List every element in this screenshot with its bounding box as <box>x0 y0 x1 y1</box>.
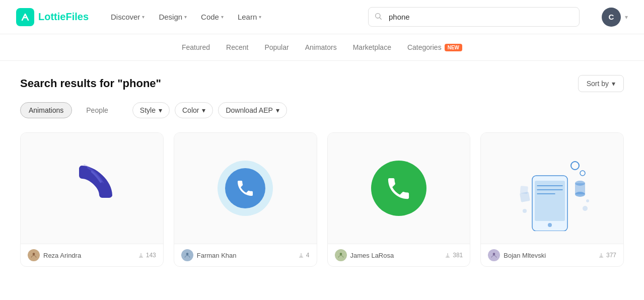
svg-point-21 <box>493 253 495 255</box>
sort-chevron-icon: ▾ <box>612 80 615 88</box>
svg-point-20 <box>586 199 589 202</box>
svg-point-4 <box>339 253 342 255</box>
card-4-avatar <box>488 249 500 261</box>
main-nav: Discover ▾ Design ▾ Code ▾ Learn ▾ <box>105 9 267 25</box>
svg-point-0 <box>376 13 380 18</box>
card-3-icon-bg <box>371 161 426 216</box>
subnav-marketplace[interactable]: Marketplace <box>353 41 391 53</box>
learn-chevron-icon: ▾ <box>259 14 261 20</box>
svg-point-15 <box>575 192 585 197</box>
nav-discover[interactable]: Discover ▾ <box>105 9 151 25</box>
svg-line-1 <box>380 18 382 20</box>
main-content: Search results for "phone" Sort by ▾ Ani… <box>0 61 644 281</box>
card-1[interactable]: Reza Arindra 143 <box>20 132 164 267</box>
card-2-footer: Farman Khan 4 <box>174 244 317 266</box>
card-2-author: Farman Khan <box>181 249 237 261</box>
color-chevron-icon: ▾ <box>202 106 205 114</box>
discover-chevron-icon: ▾ <box>142 14 145 20</box>
nav-design[interactable]: Design ▾ <box>153 9 193 25</box>
card-2-author-name: Farman Khan <box>197 252 237 259</box>
header: LottieFiles Discover ▾ Design ▾ Code ▾ L… <box>0 0 644 34</box>
svg-rect-6 <box>535 181 565 221</box>
card-3-preview <box>328 133 470 244</box>
card-4-preview <box>481 133 623 244</box>
logo-icon <box>16 8 34 26</box>
svg-point-10 <box>548 223 552 227</box>
card-2[interactable]: Farman Khan 4 <box>174 132 317 267</box>
tab-animations[interactable]: Animations <box>20 102 72 118</box>
card-2-downloads: 4 <box>298 252 310 259</box>
nav-learn[interactable]: Learn ▾ <box>232 9 267 25</box>
subnav-animators[interactable]: Animators <box>305 41 337 53</box>
subnav-categories[interactable]: Categories NEW <box>407 41 462 53</box>
card-3-footer: James LaRosa 381 <box>328 244 470 266</box>
card-4-footer: Bojan Mltevski 377 <box>481 244 623 266</box>
avatar-chevron-icon[interactable]: ▾ <box>625 14 628 21</box>
card-3[interactable]: James LaRosa 381 <box>327 132 471 267</box>
filter-bar: Animations People Style ▾ Color ▾ Downlo… <box>20 102 624 118</box>
card-3-author: James LaRosa <box>335 249 394 261</box>
card-2-preview <box>174 133 317 244</box>
card-2-icon-bg <box>218 161 273 216</box>
card-1-author: Reza Arindra <box>28 249 81 261</box>
subnav-featured[interactable]: Featured <box>182 41 210 53</box>
svg-point-12 <box>580 171 585 176</box>
download-aep-chevron-icon: ▾ <box>276 106 279 114</box>
card-3-author-name: James LaRosa <box>350 252 394 259</box>
search-bar <box>368 7 580 27</box>
card-4-downloads: 377 <box>598 252 616 259</box>
new-badge: NEW <box>445 44 462 51</box>
subnav-popular[interactable]: Popular <box>264 41 289 53</box>
search-results-header: Search results for "phone" Sort by ▾ <box>20 75 624 92</box>
svg-point-11 <box>571 162 579 170</box>
nav-code[interactable]: Code ▾ <box>195 9 230 25</box>
search-results-title: Search results for "phone" <box>20 77 161 90</box>
design-chevron-icon: ▾ <box>184 14 187 20</box>
logo-text: LottieFiles <box>38 11 89 23</box>
svg-rect-17 <box>520 186 528 194</box>
svg-point-18 <box>523 209 527 213</box>
svg-point-3 <box>186 253 188 255</box>
color-filter[interactable]: Color ▾ <box>175 102 213 118</box>
sub-nav: Featured Recent Popular Animators Market… <box>0 34 644 61</box>
search-icon <box>374 12 382 22</box>
download-aep-filter[interactable]: Download AEP ▾ <box>218 102 287 118</box>
card-2-avatar <box>181 249 193 261</box>
tab-people[interactable]: People <box>78 103 116 118</box>
code-chevron-icon: ▾ <box>221 14 224 20</box>
search-input[interactable] <box>368 7 580 27</box>
card-4-author: Bojan Mltevski <box>488 249 546 261</box>
card-1-preview <box>21 133 163 244</box>
filter-group: Style ▾ Color ▾ Download AEP ▾ <box>132 102 287 118</box>
card-1-avatar <box>28 249 40 261</box>
style-chevron-icon: ▾ <box>159 106 162 114</box>
logo[interactable]: LottieFiles <box>16 8 89 26</box>
subnav-recent[interactable]: Recent <box>226 41 248 53</box>
card-1-author-name: Reza Arindra <box>43 252 81 259</box>
svg-point-19 <box>583 206 588 211</box>
card-2-icon-inner <box>225 168 265 208</box>
card-4-author-name: Bojan Mltevski <box>504 252 546 259</box>
card-3-avatar <box>335 249 347 261</box>
avatar[interactable]: C <box>602 8 621 27</box>
style-filter[interactable]: Style ▾ <box>132 102 170 118</box>
card-3-downloads: 381 <box>445 252 463 259</box>
card-1-downloads: 143 <box>138 252 156 259</box>
card-4[interactable]: Bojan Mltevski 377 <box>480 132 624 267</box>
sort-button[interactable]: Sort by ▾ <box>578 75 624 92</box>
cards-grid: Reza Arindra 143 <box>20 132 624 267</box>
card-1-footer: Reza Arindra 143 <box>21 244 163 266</box>
svg-point-2 <box>33 253 35 255</box>
